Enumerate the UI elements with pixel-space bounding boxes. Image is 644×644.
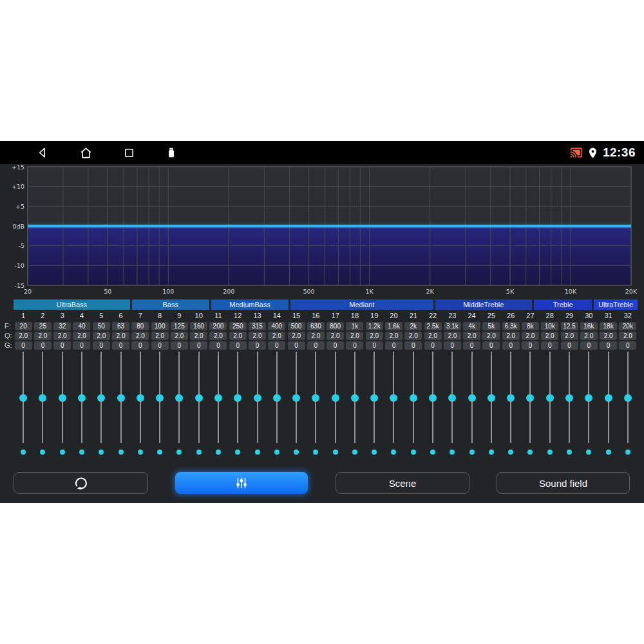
gain-slider[interactable] [247,352,267,443]
band-dot[interactable] [352,450,357,455]
band-dot[interactable] [216,450,221,455]
gain-slider[interactable] [404,352,423,443]
slider-thumb[interactable] [175,394,183,402]
slider-thumb[interactable] [97,394,105,402]
band-dot[interactable] [391,450,396,455]
slider-thumb[interactable] [312,394,319,402]
gain-slider[interactable] [228,352,247,443]
gain-slider[interactable] [33,352,52,443]
band-dot[interactable] [586,450,591,455]
gain-slider[interactable] [53,352,72,443]
gain-slider[interactable] [91,352,111,443]
gain-slider[interactable] [326,352,345,443]
band-dot[interactable] [489,450,494,455]
band-dot[interactable] [430,450,435,455]
gain-slider[interactable] [442,352,462,443]
slider-thumb[interactable] [390,394,397,402]
slider-thumb[interactable] [507,394,515,402]
band-dot[interactable] [527,450,533,455]
band-dot[interactable] [40,450,45,455]
band-dot[interactable] [79,450,84,455]
slider-thumb[interactable] [234,394,242,402]
band-dot[interactable] [196,450,202,455]
slider-thumb[interactable] [195,394,203,402]
gain-slider[interactable] [501,352,520,443]
gain-slider[interactable] [365,352,384,443]
slider-thumb[interactable] [546,394,554,402]
gain-slider[interactable] [189,352,209,443]
gain-slider[interactable] [267,352,287,443]
slider-thumb[interactable] [370,394,378,402]
slider-thumb[interactable] [488,394,495,402]
slider-thumb[interactable] [59,394,66,402]
band-dot[interactable] [567,450,572,455]
gain-slider[interactable] [111,352,130,443]
gain-slider[interactable] [287,352,306,443]
recents-icon[interactable] [122,146,136,160]
band-dot[interactable] [508,450,513,455]
band-dot[interactable] [411,450,416,455]
band-dot[interactable] [157,450,162,455]
slider-thumb[interactable] [605,394,612,402]
slider-thumb[interactable] [254,394,261,402]
band-dot[interactable] [138,450,143,455]
slider-thumb[interactable] [156,394,164,402]
band-dot[interactable] [606,450,611,455]
gain-slider[interactable] [423,352,442,443]
gain-slider[interactable] [72,352,91,443]
gain-slider[interactable] [169,352,189,443]
slider-thumb[interactable] [565,394,573,402]
gain-slider[interactable] [462,352,481,443]
sound-field-button[interactable]: Sound field [497,472,630,494]
gain-slider[interactable] [598,352,618,443]
slider-thumb[interactable] [624,394,632,402]
slider-thumb[interactable] [468,394,476,402]
slider-thumb[interactable] [410,394,417,402]
band-dot[interactable] [547,450,553,455]
gain-slider[interactable] [618,352,638,443]
slider-thumb[interactable] [448,394,456,402]
band-dot[interactable] [274,450,279,455]
gain-slider[interactable] [131,352,150,443]
gain-slider[interactable] [14,352,33,443]
gain-slider[interactable] [384,352,403,443]
slider-thumb[interactable] [332,394,339,402]
band-dot[interactable] [333,450,338,455]
gain-slider[interactable] [520,352,540,443]
slider-thumb[interactable] [585,394,592,402]
slider-thumb[interactable] [273,394,281,402]
band-dot[interactable] [118,450,124,455]
gain-slider[interactable] [306,352,325,443]
band-dot[interactable] [99,450,104,455]
band-dot[interactable] [625,450,630,455]
gain-slider[interactable] [540,352,560,443]
band-dot[interactable] [450,450,455,455]
band-dot[interactable] [255,450,260,455]
equalizer-tab-button[interactable] [175,472,308,494]
slider-thumb[interactable] [19,394,27,402]
band-dot[interactable] [60,450,65,455]
band-dot[interactable] [469,450,475,455]
slider-thumb[interactable] [214,394,222,402]
slider-thumb[interactable] [351,394,359,402]
slider-thumb[interactable] [526,394,534,402]
gain-slider[interactable] [579,352,598,443]
back-icon[interactable] [35,146,50,160]
band-dot[interactable] [235,450,240,455]
gain-slider[interactable] [345,352,365,443]
slider-thumb[interactable] [117,394,125,402]
band-dot[interactable] [21,450,26,455]
gain-slider[interactable] [150,352,169,443]
slider-thumb[interactable] [137,394,144,402]
band-dot[interactable] [313,450,318,455]
slider-thumb[interactable] [429,394,437,402]
gain-slider[interactable] [209,352,228,443]
band-dot[interactable] [176,450,182,455]
gain-slider[interactable] [482,352,501,443]
gain-slider[interactable] [560,352,579,443]
slider-thumb[interactable] [39,394,46,402]
scene-button[interactable]: Scene [336,472,469,494]
band-dot[interactable] [372,450,377,455]
slider-thumb[interactable] [78,394,86,402]
band-dot[interactable] [294,450,299,455]
